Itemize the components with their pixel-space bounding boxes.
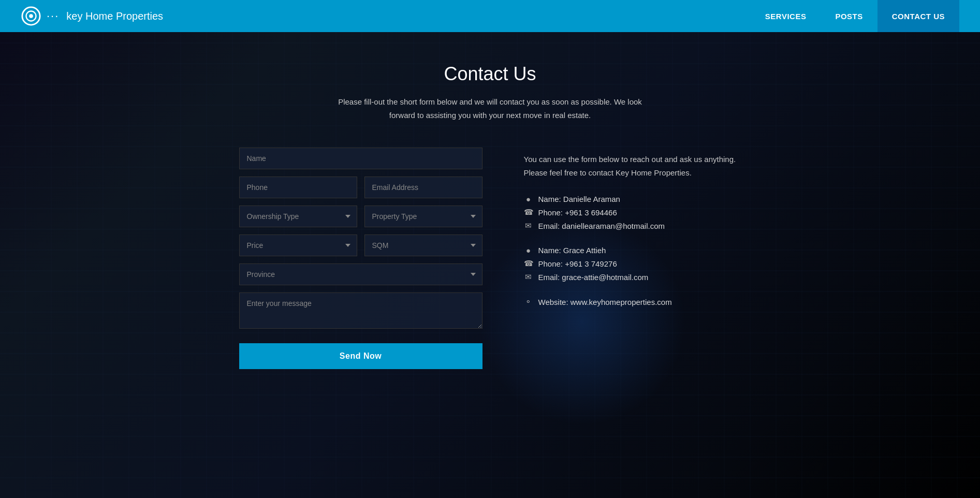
ownership-type-select[interactable]: Ownership Type Freehold Leasehold <box>239 206 357 227</box>
person1-phone-label: Phone: +961 3 694466 <box>538 208 617 217</box>
person1-phone: ☎ Phone: +961 3 694466 <box>524 208 741 217</box>
email-icon-1: ✉ <box>524 221 533 230</box>
person1-name-label: Name: Danielle Araman <box>538 195 620 203</box>
person1-email-label: Email: daniellearaman@hotmail.com <box>538 222 665 230</box>
price-sqm-row: Price Under $100k $100k-$300k $300k-$500… <box>239 235 482 263</box>
phone-icon-2: ☎ <box>524 259 533 268</box>
hero-content: Contact Us Please fill-out the short for… <box>0 32 980 369</box>
contact-description: You can use the form below to reach out … <box>524 153 741 179</box>
property-type-select[interactable]: Property Type Apartment Villa Office Lan… <box>364 206 482 227</box>
person2-email: ✉ Email: grace-attie@hotmail.com <box>524 272 741 282</box>
hero-section: Contact Us Please fill-out the short for… <box>0 32 980 498</box>
price-select[interactable]: Price Under $100k $100k-$300k $300k-$500… <box>239 235 357 256</box>
contact-person-1: ● Name: Danielle Araman ☎ Phone: +961 3 … <box>524 195 741 230</box>
person2-email-label: Email: grace-attie@hotmail.com <box>538 273 649 282</box>
contact-person-2: ● Name: Grace Attieh ☎ Phone: +961 3 749… <box>524 246 741 282</box>
email-icon-2: ✉ <box>524 272 533 282</box>
contact-form: Ownership Type Freehold Leasehold Proper… <box>239 148 482 369</box>
logo[interactable]: ··· key Home Properties <box>21 6 751 26</box>
person-icon-2: ● <box>524 246 533 255</box>
website-label: Website: www.keyhomeproperties.com <box>538 298 672 306</box>
logo-text: key Home Properties <box>66 10 163 22</box>
page-title: Contact Us <box>444 63 536 85</box>
svg-point-2 <box>29 14 33 18</box>
person2-name-label: Name: Grace Attieh <box>538 246 606 255</box>
phone-icon-1: ☎ <box>524 208 533 217</box>
ownership-property-row: Ownership Type Freehold Leasehold Proper… <box>239 206 482 235</box>
message-textarea[interactable] <box>239 292 482 329</box>
person1-name: ● Name: Danielle Araman <box>524 195 741 203</box>
logo-icon <box>21 6 41 26</box>
email-input[interactable] <box>364 177 482 198</box>
phone-email-row <box>239 177 482 206</box>
person-icon-1: ● <box>524 195 533 203</box>
phone-input[interactable] <box>239 177 357 198</box>
logo-dots: ··· <box>47 9 59 23</box>
sqm-select[interactable]: SQM Under 50 50-100 100-200 Above 200 <box>364 235 482 256</box>
navbar: ··· key Home Properties SERVICES POSTS C… <box>0 0 980 32</box>
nav-links: SERVICES POSTS CONTACT US <box>751 0 959 32</box>
person1-email: ✉ Email: daniellearaman@hotmail.com <box>524 221 741 230</box>
globe-icon: ⚬ <box>524 297 533 306</box>
person2-phone: ☎ Phone: +961 3 749276 <box>524 259 741 268</box>
nav-services[interactable]: SERVICES <box>751 0 821 32</box>
name-input[interactable] <box>239 148 482 169</box>
nav-contact-us[interactable]: CONTACT US <box>877 0 959 32</box>
person2-phone-label: Phone: +961 3 749276 <box>538 259 617 268</box>
send-button[interactable]: Send Now <box>239 343 482 369</box>
nav-posts[interactable]: POSTS <box>821 0 877 32</box>
website-info: ⚬ Website: www.keyhomeproperties.com <box>524 297 741 306</box>
person2-name: ● Name: Grace Attieh <box>524 246 741 255</box>
hero-subtitle: Please fill-out the short form below and… <box>330 95 651 122</box>
main-layout: Ownership Type Freehold Leasehold Proper… <box>208 148 772 369</box>
province-select[interactable]: Province Beirut Mount Lebanon North Leba… <box>239 263 482 285</box>
contact-info-panel: You can use the form below to reach out … <box>524 148 741 369</box>
